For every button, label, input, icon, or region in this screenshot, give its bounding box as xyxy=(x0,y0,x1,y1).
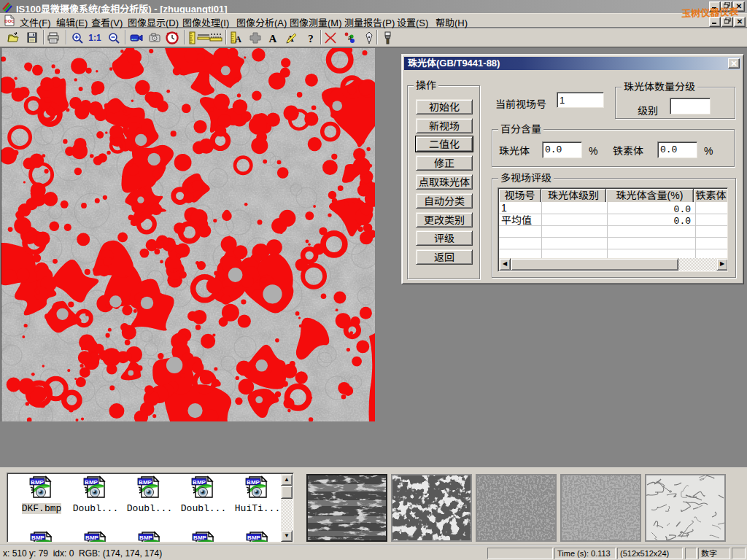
svg-text:?: ? xyxy=(308,33,314,44)
svg-text:1:1: 1:1 xyxy=(88,33,101,43)
svg-text:A: A xyxy=(269,33,277,44)
svg-text:DOC: DOC xyxy=(4,19,15,23)
svg-text:0.0: 0.0 xyxy=(674,216,691,227)
svg-text:A: A xyxy=(235,34,241,44)
svg-text:0.0: 0.0 xyxy=(674,204,691,215)
svg-text:平均值: 平均值 xyxy=(501,212,532,227)
svg-text:a: a xyxy=(348,34,352,42)
